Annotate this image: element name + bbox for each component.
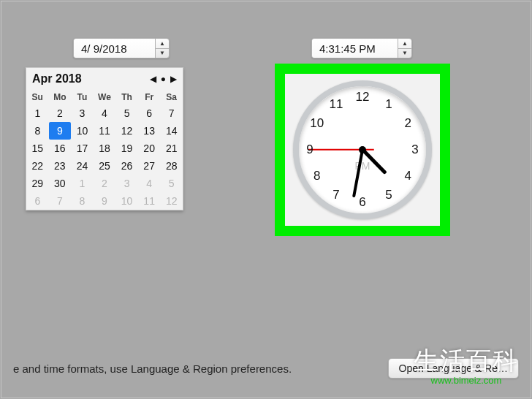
cal-day[interactable]: 3 (115, 175, 138, 192)
clock-number: 9 (301, 141, 319, 159)
cal-day[interactable]: 10 (71, 122, 94, 140)
cal-day[interactable]: 12 (160, 192, 183, 210)
cal-weekday: Th (115, 90, 138, 104)
cal-day[interactable]: 1 (71, 175, 94, 192)
calendar: Apr 2018 ◀ ● ▶ SuMoTuWeThFrSa12345678910… (26, 67, 183, 210)
cal-day[interactable]: 26 (115, 157, 138, 175)
cal-weekday: Su (26, 90, 49, 104)
cal-day[interactable]: 1 (26, 104, 49, 122)
cal-day[interactable]: 21 (160, 140, 183, 157)
clock-number: 8 (308, 167, 326, 185)
clock-panel: PM 121234567891011 (285, 74, 440, 226)
cal-day[interactable]: 27 (138, 157, 161, 175)
clock-highlight: PM 121234567891011 (275, 64, 450, 236)
date-stepper[interactable]: ▲ ▼ (155, 38, 170, 58)
clock-number: 2 (399, 115, 417, 132)
time-field[interactable]: ▲ ▼ (311, 38, 412, 58)
cal-day[interactable]: 11 (94, 122, 116, 140)
cal-day[interactable]: 11 (138, 192, 161, 210)
cal-today-icon[interactable]: ● (161, 74, 166, 84)
cal-weekday: Tu (71, 90, 94, 104)
clock-number: 3 (406, 141, 424, 159)
date-field[interactable]: ▲ ▼ (73, 38, 170, 58)
cal-day[interactable]: 2 (94, 175, 116, 192)
cal-day[interactable]: 6 (138, 104, 161, 122)
cal-day[interactable]: 15 (26, 140, 49, 157)
cal-day[interactable]: 14 (160, 122, 183, 140)
cal-prev-icon[interactable]: ◀ (150, 74, 156, 84)
calendar-nav: ◀ ● ▶ (150, 74, 177, 84)
cal-day[interactable]: 3 (71, 104, 94, 122)
clock-minute-hand (352, 150, 364, 198)
cal-day[interactable]: 10 (115, 192, 138, 210)
clock-number: 12 (354, 88, 371, 106)
cal-day[interactable]: 16 (49, 140, 72, 157)
cal-weekday: Fr (138, 90, 161, 104)
cal-day[interactable]: 25 (94, 157, 116, 175)
cal-next-icon[interactable]: ▶ (170, 74, 177, 84)
bottom-row: e and time formats, use Language & Regio… (0, 358, 532, 379)
cal-day[interactable]: 8 (71, 192, 94, 210)
clock-number: 4 (399, 167, 417, 185)
date-step-up-icon[interactable]: ▲ (156, 39, 169, 49)
cal-day[interactable]: 5 (160, 175, 183, 192)
clock-number: 5 (380, 186, 398, 204)
date-input[interactable] (73, 38, 155, 58)
cal-day[interactable]: 2 (49, 104, 72, 122)
calendar-month-label: Apr 2018 (32, 72, 82, 86)
cal-day[interactable]: 9 (94, 192, 116, 210)
cal-weekday: We (94, 90, 116, 104)
cal-day[interactable]: 23 (49, 157, 72, 175)
clock-number: 11 (327, 96, 345, 113)
cal-weekday: Sa (160, 90, 183, 104)
cal-day[interactable]: 30 (49, 175, 72, 192)
time-step-down-icon[interactable]: ▼ (398, 49, 411, 58)
clock-number: 10 (308, 115, 326, 132)
cal-day[interactable]: 29 (26, 175, 49, 192)
clock-number: 1 (380, 96, 398, 113)
cal-day[interactable]: 12 (115, 122, 138, 140)
cal-day[interactable]: 7 (160, 104, 183, 122)
cal-day[interactable]: 8 (26, 122, 49, 140)
clock-number: 7 (327, 186, 345, 204)
cal-day[interactable]: 7 (49, 192, 72, 210)
cal-day[interactable]: 20 (138, 140, 161, 157)
cal-day[interactable]: 9 (49, 122, 72, 140)
open-language-region-button[interactable]: Open Language & Re… (388, 358, 519, 379)
cal-day[interactable]: 18 (94, 140, 116, 157)
cal-day[interactable]: 4 (138, 175, 161, 192)
time-input[interactable] (311, 38, 398, 58)
cal-day[interactable]: 22 (26, 157, 49, 175)
calendar-grid: SuMoTuWeThFrSa12345678910111213141516171… (26, 90, 183, 210)
clock-number: 6 (354, 194, 371, 211)
cal-day[interactable]: 19 (115, 140, 138, 157)
analog-clock[interactable]: PM 121234567891011 (293, 80, 432, 219)
cal-day[interactable]: 4 (94, 104, 116, 122)
calendar-header: Apr 2018 ◀ ● ▶ (26, 68, 183, 90)
time-step-up-icon[interactable]: ▲ (398, 39, 411, 49)
cal-weekday: Mo (49, 90, 72, 104)
clock-pivot (359, 146, 366, 153)
cal-day[interactable]: 24 (71, 157, 94, 175)
cal-day[interactable]: 5 (115, 104, 138, 122)
cal-day[interactable]: 6 (26, 192, 49, 210)
formats-hint: e and time formats, use Language & Regio… (13, 362, 292, 375)
cal-day[interactable]: 13 (138, 122, 161, 140)
date-step-down-icon[interactable]: ▼ (156, 49, 169, 58)
cal-day[interactable]: 17 (71, 140, 94, 157)
cal-day[interactable]: 28 (160, 157, 183, 175)
time-stepper[interactable]: ▲ ▼ (398, 38, 412, 58)
